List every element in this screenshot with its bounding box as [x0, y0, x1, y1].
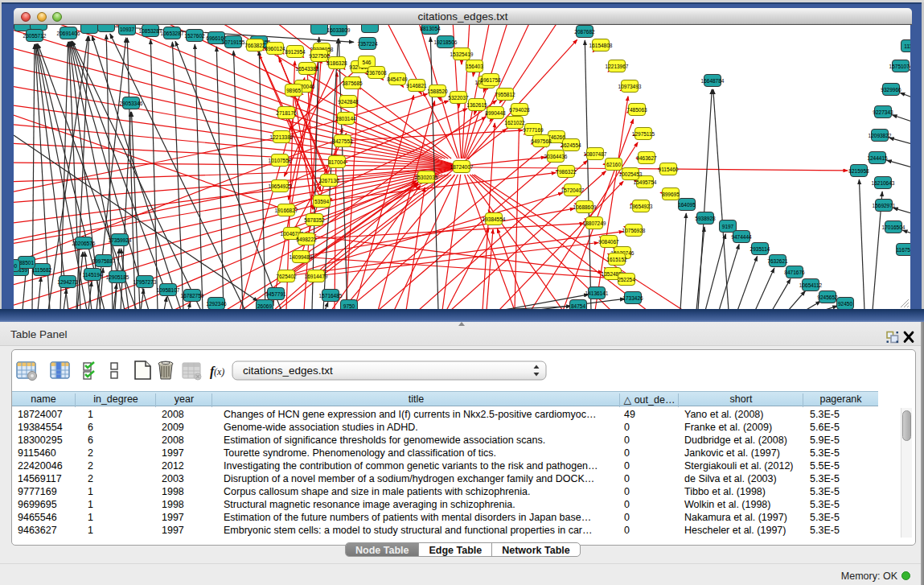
svg-text:19166827: 19166827 — [275, 208, 298, 213]
svg-text:15325419: 15325419 — [450, 51, 474, 57]
svg-text:62160: 62160 — [606, 162, 621, 167]
svg-text:6961758: 6961758 — [480, 77, 501, 83]
svg-text:14099489: 14099489 — [290, 254, 313, 260]
svg-text:8215958: 8215958 — [848, 168, 869, 174]
svg-text:10654112: 10654112 — [799, 282, 823, 288]
svg-text:3875685: 3875685 — [342, 80, 363, 86]
svg-text:1244415: 1244415 — [867, 155, 888, 161]
svg-text:6794028: 6794028 — [509, 107, 530, 113]
svg-text:29053346: 29053346 — [120, 101, 143, 106]
svg-text:19218506: 19218506 — [434, 39, 458, 45]
svg-text:10653287: 10653287 — [161, 31, 184, 36]
svg-text:92450: 92450 — [838, 301, 852, 307]
svg-text:17957273: 17957273 — [133, 279, 157, 285]
svg-text:1117: 1117 — [904, 43, 910, 49]
svg-text:1621022: 1621022 — [504, 120, 525, 126]
svg-text:3267130: 3267130 — [318, 178, 339, 183]
svg-text:20364436: 20364436 — [544, 154, 568, 159]
svg-text:19654923: 19654923 — [630, 204, 653, 209]
svg-text:1588520: 1588520 — [427, 89, 448, 94]
svg-text:15692971: 15692971 — [873, 203, 896, 208]
svg-text:10025453: 10025453 — [619, 171, 643, 177]
svg-text:5322037: 5322037 — [448, 95, 469, 101]
svg-text:252254: 252254 — [618, 277, 635, 282]
svg-text:10756928: 10756928 — [622, 228, 646, 233]
svg-text:15720407: 15720407 — [561, 187, 585, 193]
svg-text:10958107: 10958107 — [157, 287, 180, 293]
svg-text:16033809: 16033809 — [327, 27, 351, 33]
svg-text:8427552: 8427552 — [332, 138, 353, 144]
svg-text:1115682: 1115682 — [32, 267, 52, 273]
svg-text:156403: 156403 — [466, 64, 483, 69]
svg-text:8813054: 8813054 — [420, 26, 441, 31]
svg-text:14136141: 14136141 — [585, 290, 609, 296]
svg-text:546: 546 — [363, 60, 372, 65]
svg-text:7625402: 7625402 — [276, 274, 297, 279]
svg-text:9115460: 9115460 — [659, 167, 679, 172]
svg-text:1362615: 1362615 — [466, 102, 487, 108]
svg-text:9146821: 9146821 — [406, 83, 427, 89]
svg-text:9457791: 9457791 — [265, 291, 286, 297]
svg-text:15716485: 15716485 — [319, 293, 343, 299]
svg-text:18807249: 18807249 — [583, 220, 606, 226]
svg-text:16154808: 16154808 — [589, 43, 613, 48]
svg-text:164095: 164095 — [678, 202, 696, 208]
svg-text:98965: 98965 — [286, 88, 301, 93]
svg-text:18724007: 18724007 — [450, 164, 474, 170]
svg-text:7955812: 7955812 — [495, 92, 515, 97]
svg-text:2367608: 2367608 — [366, 70, 387, 76]
svg-text:10719155: 10719155 — [222, 39, 245, 45]
svg-text:7485063: 7485063 — [626, 107, 647, 113]
svg-text:9227343: 9227343 — [873, 109, 893, 115]
svg-text:20691406: 20691406 — [57, 31, 80, 36]
svg-text:9197: 9197 — [722, 224, 734, 229]
svg-text:12213967: 12213967 — [606, 64, 629, 69]
svg-text:8454749: 8454749 — [387, 76, 408, 82]
svg-text:84754: 84754 — [571, 303, 585, 309]
svg-text:8960124: 8960124 — [265, 46, 285, 51]
svg-text:9329966: 9329966 — [881, 87, 901, 93]
svg-text:8100: 8100 — [14, 263, 18, 269]
svg-text:7663822: 7663822 — [244, 43, 265, 48]
svg-text:8990448: 8990448 — [485, 110, 506, 116]
svg-text:1527602: 1527602 — [184, 33, 205, 39]
svg-text:5498222: 5498222 — [296, 237, 317, 242]
svg-text:12093822: 12093822 — [869, 133, 892, 138]
svg-text:6497568: 6497568 — [531, 138, 552, 144]
svg-text:1733426: 1733426 — [622, 295, 643, 301]
svg-text:12905185: 12905185 — [106, 274, 129, 280]
svg-text:899695: 899695 — [662, 192, 680, 197]
svg-text:16210643: 16210643 — [872, 180, 895, 186]
svg-text:9750: 9750 — [343, 303, 355, 309]
svg-text:88501: 88501 — [19, 260, 34, 266]
svg-text:23055712: 23055712 — [23, 33, 47, 39]
svg-text:9463627: 9463627 — [636, 155, 657, 161]
svg-text:16543382: 16543382 — [296, 66, 319, 72]
svg-text:1294273: 1294273 — [57, 279, 78, 285]
svg-text:9777169: 9777169 — [523, 127, 544, 133]
svg-text:19384554: 19384554 — [483, 216, 506, 222]
svg-text:2803144: 2803144 — [335, 116, 356, 122]
svg-text:12975115: 12975115 — [632, 131, 655, 137]
svg-text:10937: 10937 — [120, 27, 134, 32]
svg-text:9084067: 9084067 — [598, 239, 619, 245]
svg-text:2718176: 2718176 — [276, 110, 297, 116]
svg-text:25302035: 25302035 — [415, 175, 438, 180]
svg-text:16648784: 16648784 — [701, 78, 725, 84]
svg-text:7632621: 7632621 — [767, 258, 788, 264]
svg-text:5938928: 5938928 — [695, 216, 716, 221]
svg-text:1145194: 1145194 — [83, 272, 103, 278]
svg-text:20206576: 20206576 — [72, 241, 96, 246]
svg-text:2935114: 2935114 — [750, 246, 770, 252]
svg-text:10107552: 10107552 — [269, 158, 292, 163]
svg-text:15751074: 15751074 — [889, 64, 910, 69]
svg-text:10807487: 10807487 — [584, 151, 607, 157]
svg-text:17016504: 17016504 — [882, 225, 906, 230]
svg-text:19654923: 19654923 — [269, 183, 292, 189]
svg-text:99975887: 99975887 — [92, 258, 116, 264]
svg-text:3624554: 3624554 — [561, 142, 581, 148]
svg-text:8912954: 8912954 — [285, 49, 306, 55]
svg-text:817004: 817004 — [328, 159, 346, 165]
svg-text:2087682: 2087682 — [574, 29, 595, 35]
svg-text:12213389: 12213389 — [270, 134, 294, 140]
